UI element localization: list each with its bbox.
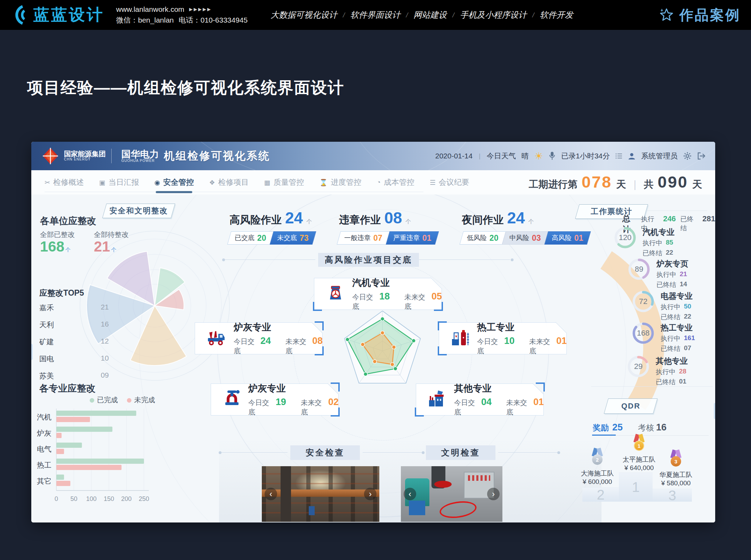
svg-text:0: 0 xyxy=(55,495,58,502)
done-label: 全部已整改 xyxy=(40,230,75,239)
tab-daily-report[interactable]: ▣当日汇报 xyxy=(99,170,139,195)
card-turbine-major[interactable]: 汽机专业 今日交底18未来交底05 xyxy=(314,278,442,310)
top5-title: 应整改TOP5 xyxy=(39,288,84,298)
svg-text:100: 100 xyxy=(86,495,97,502)
carousel-prev-button[interactable]: ‹ xyxy=(265,488,277,500)
svg-text:150: 150 xyxy=(104,495,114,502)
rectify-bar-chart: 050100150200250汽机炉灰电气热工其它 xyxy=(33,405,172,509)
arrows-decor: ▶▶▶▶▶ xyxy=(189,7,212,12)
logout-icon[interactable] xyxy=(697,152,705,160)
svg-text:50: 50 xyxy=(70,495,77,502)
svg-text:炉灰: 炉灰 xyxy=(37,429,51,437)
list-item[interactable]: 国电10 xyxy=(39,354,109,364)
ticket-row-thermal: 168 热工专业 执行中161 已终结07 xyxy=(632,322,695,353)
closed-total: 281 xyxy=(702,214,715,223)
hourglass-icon: ⌛ xyxy=(319,179,328,187)
microphone-icon[interactable] xyxy=(549,151,556,160)
brand-name-cn: 国华电力 xyxy=(121,149,159,159)
svg-text:电气: 电气 xyxy=(37,445,51,453)
page: 蓝蓝设计 www.lanlanwork.com ▶▶▶▶▶ 微信：ben_lan… xyxy=(0,0,751,560)
tab-rewards[interactable]: 奖励25 xyxy=(593,422,623,433)
current-date: 2020-01-14 xyxy=(435,152,473,160)
bar-legend: 已完成 未完成 xyxy=(90,395,155,405)
done-count: 168个 xyxy=(40,238,71,255)
portfolio-link[interactable]: 作品案例 xyxy=(659,6,741,25)
star-icon xyxy=(659,7,675,23)
site-logo-text: 蓝蓝设计 xyxy=(33,4,104,26)
list-item[interactable]: 矿建12 xyxy=(39,337,109,347)
carousel-prev-button[interactable]: ‹ xyxy=(404,488,416,500)
tab-quality-control[interactable]: ▦质量管控 xyxy=(264,170,304,195)
silver-medal-icon: 2 xyxy=(590,448,605,468)
nav-item-software-ui[interactable]: 软件界面设计 xyxy=(350,9,401,20)
weather-label: 今日天气 xyxy=(487,151,516,161)
gear-icon[interactable] xyxy=(683,152,692,160)
card-ash-major-2[interactable]: 炉灰专业 今日交底19未来交底02 xyxy=(211,384,339,415)
carousel-next-button[interactable]: › xyxy=(364,488,377,500)
tab-cost-control[interactable]: ◔成本管控 xyxy=(377,170,414,195)
list-item[interactable]: 嘉禾21 xyxy=(39,303,109,313)
nav-item-bigdata[interactable]: 大数据可视化设计 xyxy=(270,9,337,20)
bronze-medal-icon: 3 xyxy=(668,450,684,470)
ticket-row-ash: 89 炉灰专页 执行中21 已终结14 xyxy=(628,258,688,289)
valve-icon xyxy=(223,390,241,409)
section-units-rectify: 各单位应整改 xyxy=(40,215,96,227)
site-url[interactable]: www.lanlanwork.com xyxy=(116,5,184,14)
exec-total: 246 xyxy=(663,214,676,223)
wechat-id: ben_lanlan xyxy=(138,16,174,24)
section-safety-check: 安全检查 xyxy=(290,445,360,460)
list-item[interactable]: 苏美09 xyxy=(39,371,109,381)
site-logo[interactable]: 蓝蓝设计 xyxy=(10,4,104,26)
svg-text:200: 200 xyxy=(121,495,132,502)
report-icon: ▣ xyxy=(99,179,105,187)
phone-number: 010-63334945 xyxy=(201,16,248,24)
tab-progress-control[interactable]: ⌛进度管控 xyxy=(319,170,361,195)
list-item[interactable]: 天利16 xyxy=(39,320,109,330)
tab-meeting-minutes[interactable]: ☰会议纪要 xyxy=(430,170,469,195)
tag-not-briefed: 未交底73 xyxy=(269,231,316,245)
minutes-icon: ☰ xyxy=(430,179,436,187)
company-brand: 国华电力 GUOHUA POWER xyxy=(121,149,159,163)
username[interactable]: 系统管理员 xyxy=(641,151,678,161)
carousel-next-button[interactable]: › xyxy=(487,488,500,500)
section-major-rectify: 各专业应整改 xyxy=(39,382,96,395)
card-other-major[interactable]: 其他专业 今日交底04未来交底01 xyxy=(416,384,544,415)
tag-low-risk: 低风险20 xyxy=(460,231,506,245)
edge-handle[interactable] xyxy=(714,403,715,419)
svg-text:250: 250 xyxy=(139,495,149,502)
card-thermal-major[interactable]: 热工专业 今日交底10未来交底01 xyxy=(439,322,567,354)
svg-text:汽机: 汽机 xyxy=(37,413,51,421)
header-utilities: 2020-01-14 | 今日天气 晴 ☀ 已录1小时34分 系统管理员 xyxy=(435,150,705,162)
tab-overview[interactable]: ✂检修概述 xyxy=(45,170,84,195)
edge-handle[interactable] xyxy=(31,344,33,360)
card-ash-major[interactable]: 炉灰专业 今日交底24未来交底08 xyxy=(195,322,323,354)
tab-maintenance-projects[interactable]: ❖检修项目 xyxy=(209,170,249,195)
factory-icon xyxy=(428,390,447,409)
phone-label: 电话： xyxy=(179,16,201,24)
nav-item-mobile[interactable]: 手机及小程序设计 xyxy=(460,9,527,20)
dashboard-content: 安全和文明整改 各单位应整改 全部已整改 全部待整改 168个 21个 应整改T… xyxy=(31,195,715,522)
civilized-check-photo: ‹ › xyxy=(401,466,502,522)
group-name-en: CHN ENERGY xyxy=(64,158,106,162)
tab-safety-control[interactable]: ◉安全管控 xyxy=(154,170,194,195)
wechat-label: 微信： xyxy=(116,16,138,24)
nav-item-website[interactable]: 网站建设 xyxy=(413,9,447,20)
tag-high-risk: 高风险01 xyxy=(544,231,590,245)
job-stats-row: 高风险作业24个 已交底20 未交底73 违章作业08个 一般违章07 严重违章… xyxy=(229,208,589,245)
page-title: 项目经验——机组检修可视化系统界面设计 xyxy=(27,77,344,99)
list-icon[interactable] xyxy=(615,153,622,159)
legend-done-dot xyxy=(90,398,94,403)
badge-qdr: QDR xyxy=(604,398,658,414)
donut-chart: 29 xyxy=(627,355,650,378)
portfolio-label: 作品案例 xyxy=(679,6,741,25)
gold-medal-icon: 1 xyxy=(631,434,647,454)
nav-item-dev[interactable]: 软件开发 xyxy=(540,9,573,20)
tag-mid-risk: 中风险03 xyxy=(502,231,548,245)
quality-icon: ▦ xyxy=(264,179,270,187)
ticket-row-turbine: 120 汽机专业 执行中85 已终结22 xyxy=(614,226,675,258)
qdr-tabs: 奖励25 考核16 xyxy=(593,422,667,433)
team-third: 华夏施工队¥ 580,000 xyxy=(648,470,704,487)
tab-assessment[interactable]: 考核16 xyxy=(638,422,667,433)
stat-night-jobs: 夜间作业24个 低风险20 中风险03 高风险01 xyxy=(462,208,589,245)
dashboard-screenshot: 国家能源集团 CHN ENERGY 国华电力 GUOHUA POWER 机组检修… xyxy=(31,142,715,522)
